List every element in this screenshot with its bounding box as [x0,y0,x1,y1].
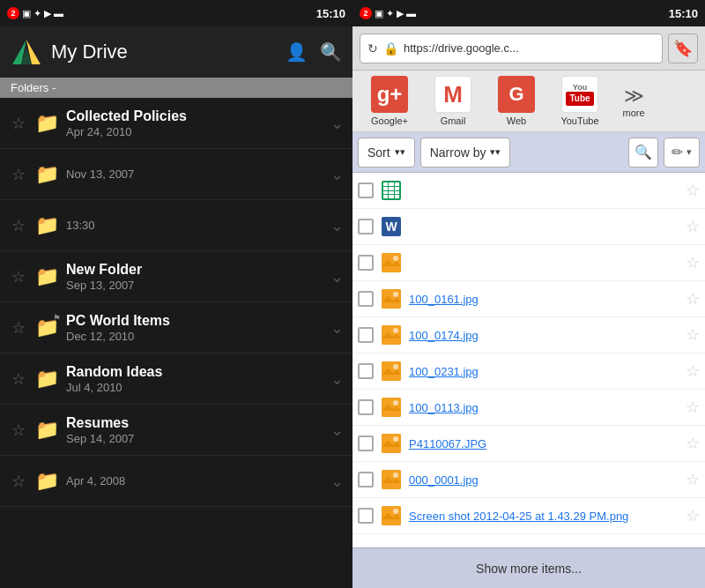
list-item[interactable]: ☆ 📁 Collected Policies Apr 24, 2010 ⌄ [0,98,352,149]
status-bar-left: 2 ▣ ✦ ▶ ▬ 15:10 [0,0,352,26]
star-icon[interactable]: ☆ [686,217,700,236]
file-checkbox[interactable] [358,472,374,488]
folder-icon: 📁 ⚑ [35,316,59,339]
file-checkbox[interactable] [358,219,374,234]
folder-info: PC World Items Dec 12, 2010 [66,312,323,344]
bookmarks-bar: g+ Google+ M Gmail G Web You Tube [352,71,705,132]
svg-point-6 [393,256,398,261]
file-checkbox[interactable] [358,435,374,451]
chevron-down-icon[interactable]: ⌄ [330,216,344,235]
url-bar[interactable]: ↻ 🔒 https://drive.google.c... [360,33,663,63]
image-icon [382,289,401,309]
list-item[interactable]: ☆ 📁 New Folder Sep 13, 2007 ⌄ [0,251,352,302]
star-icon[interactable]: ☆ [9,318,28,338]
file-checkbox[interactable] [358,255,374,271]
list-item[interactable]: ☆ 📁 Random Ideas Jul 4, 2010 ⌄ [0,354,352,405]
star-icon[interactable]: ☆ [9,369,28,389]
list-item[interactable]: P4110067.JPG ☆ [352,426,705,462]
status-time-right: 15:10 [669,7,698,20]
chevron-down-icon[interactable]: ⌄ [330,318,344,338]
bookmark-gmail[interactable]: M Gmail [421,71,485,131]
show-more-bar: Show more items... [352,547,705,588]
file-checkbox[interactable] [358,508,374,524]
chevron-down-icon: ▾ [686,146,692,158]
star-icon[interactable]: ☆ [686,506,700,525]
star-icon[interactable]: ☆ [686,470,700,489]
file-name[interactable]: 000_0001.jpg [409,473,680,487]
chevron-down-icon[interactable]: ⌄ [330,165,344,184]
star-icon[interactable]: ☆ [686,289,700,309]
show-more-button[interactable]: Show more items... [476,562,582,576]
bookmark-button[interactable]: 🔖 [668,33,698,63]
svg-rect-19 [382,434,401,453]
search-icon[interactable]: 🔍 [320,41,342,63]
list-item[interactable]: ☆ 📁 Nov 13, 2007 ⌄ [0,149,352,200]
chevron-down-icon[interactable]: ⌄ [330,369,344,389]
star-icon[interactable]: ☆ [9,421,28,440]
image-icon [382,398,401,417]
file-thumbnail [379,467,404,492]
list-item[interactable]: 100_0174.jpg ☆ [352,317,705,354]
folder-icon: 📁 [35,214,59,237]
list-item[interactable]: Screen shot 2012-04-25 at 1.43.29 PM.png… [352,498,705,534]
list-item[interactable]: 100_0113.jpg ☆ [352,390,705,426]
file-checkbox[interactable] [358,182,374,198]
star-icon[interactable]: ☆ [686,434,700,453]
list-item[interactable]: ☆ 📁 ⚑ PC World Items Dec 12, 2010 ⌄ [0,302,352,354]
list-item[interactable]: ☆ 📁 Apr 4, 2008 ⌄ [0,456,352,507]
star-icon[interactable]: ☆ [9,114,28,133]
chevron-down-icon[interactable]: ⌄ [330,114,344,133]
folder-icon: 📁 [35,112,59,135]
more-button[interactable]: ≫ more [612,79,656,123]
chevron-down-icon[interactable]: ⌄ [330,421,344,440]
list-item[interactable]: 100_0231.jpg ☆ [352,354,705,390]
list-item[interactable]: ☆ 📁 Resumes Sep 14, 2007 ⌄ [0,405,352,456]
narrow-by-button[interactable]: Narrow by ▾▾ [420,138,511,167]
list-item[interactable]: W ☆ [352,209,705,245]
file-name[interactable]: Screen shot 2012-04-25 at 1.43.29 PM.png [409,510,680,523]
star-icon[interactable]: ☆ [9,216,28,235]
file-name[interactable]: 100_0161.jpg [409,293,680,306]
star-icon[interactable]: ☆ [686,181,700,200]
folder-date: Nov 13, 2007 [66,167,323,181]
file-thumbnail [379,323,404,347]
star-icon[interactable]: ☆ [686,398,700,417]
star-icon[interactable]: ☆ [9,165,28,184]
chevron-down-icon: ≫ [624,85,644,108]
account-icon[interactable]: 👤 [286,41,308,63]
star-icon[interactable]: ☆ [686,361,700,381]
sort-button[interactable]: Sort ▾▾ [358,138,415,167]
star-icon[interactable]: ☆ [9,472,28,491]
svg-rect-22 [382,470,401,489]
list-item[interactable]: ☆ [352,173,705,209]
bookmark-gplus[interactable]: g+ Google+ [358,71,421,131]
bookmark-web[interactable]: G Web [485,71,548,131]
bookmark-youtube[interactable]: You Tube YouTube [548,71,612,131]
chevron-down-icon[interactable]: ⌄ [330,267,344,287]
compose-button[interactable]: ✏ ▾ [664,138,700,167]
list-item[interactable]: ☆ [352,245,705,281]
folder-date: Jul 4, 2010 [66,381,323,394]
list-item[interactable]: 100_0161.jpg ☆ [352,281,705,317]
notification-badge-right: 2 [360,7,372,19]
notification-badge: 2 [7,7,19,19]
file-name[interactable]: P4110067.JPG [409,437,680,450]
more-label: more [622,108,644,118]
list-item[interactable]: 000_0001.jpg ☆ [352,462,705,498]
chevron-down-icon[interactable]: ⌄ [330,472,344,491]
star-icon[interactable]: ☆ [686,325,700,345]
list-item[interactable]: ☆ 📁 13:30 ⌄ [0,200,352,251]
file-checkbox[interactable] [358,399,374,415]
star-icon[interactable]: ☆ [9,267,28,287]
sort-label: Sort [367,145,390,160]
file-checkbox[interactable] [358,363,374,379]
file-checkbox[interactable] [358,291,374,307]
file-name[interactable]: 100_0113.jpg [409,401,680,414]
file-name[interactable]: 100_0231.jpg [409,365,680,378]
file-checkbox[interactable] [358,327,374,343]
search-button[interactable]: 🔍 [628,138,658,167]
search-icon: 🔍 [634,144,652,160]
file-name[interactable]: 100_0174.jpg [409,329,680,342]
star-icon[interactable]: ☆ [686,253,700,272]
folder-icon: 📁 [35,265,59,288]
